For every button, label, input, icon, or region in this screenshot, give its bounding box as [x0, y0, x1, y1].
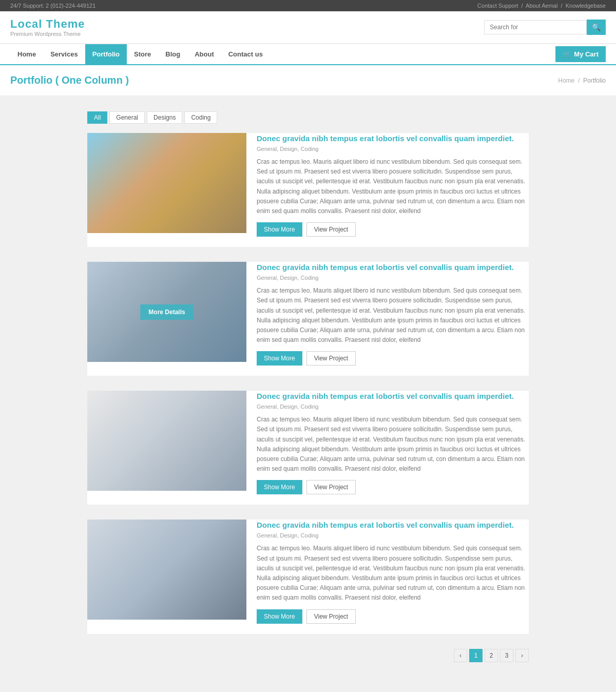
portfolio-content-2: Donec gravida nibh tempus erat lobortis … — [257, 262, 529, 366]
filter-general[interactable]: General — [109, 111, 145, 124]
portfolio-actions-1: Show More View Project — [257, 222, 529, 237]
portfolio-actions-3: Show More View Project — [257, 480, 529, 494]
portfolio-item: Donec gravida nibh tempus erat lobortis … — [87, 391, 529, 505]
portfolio-actions-2: Show More View Project — [257, 351, 529, 366]
pagination-page-2[interactable]: 2 — [485, 649, 498, 662]
pagination-next[interactable]: › — [515, 649, 529, 662]
nav-store[interactable]: Store — [127, 44, 158, 64]
portfolio-item: Donec gravida nibh tempus erat lobortis … — [87, 520, 529, 634]
view-project-btn-2[interactable]: View Project — [306, 351, 356, 366]
show-more-btn-2[interactable]: Show More — [257, 351, 302, 366]
portfolio-content-3: Donec gravida nibh tempus erat lobortis … — [257, 391, 529, 494]
portfolio-text-4: Cras ac tempus leo. Mauris aliquet liber… — [257, 544, 529, 603]
nav-about[interactable]: About — [187, 44, 221, 64]
portfolio-title-2: Donec gravida nibh tempus erat lobortis … — [257, 262, 529, 273]
logo: Local Theme Premium Wordpress Theme — [10, 17, 85, 37]
pagination: ‹ 1 2 3 › — [87, 649, 529, 662]
portfolio-actions-4: Show More View Project — [257, 609, 529, 624]
view-project-btn-4[interactable]: View Project — [306, 609, 356, 624]
show-more-btn-1[interactable]: Show More — [257, 222, 302, 237]
portfolio-content-1: Donec gravida nibh tempus erat lobortis … — [257, 133, 529, 237]
pagination-prev[interactable]: ‹ — [454, 649, 467, 662]
support-text: 24/7 Support: 2 (012)-224-449121 — [10, 3, 95, 9]
portfolio-text-1: Cras ac tempus leo. Mauris aliquet liber… — [257, 157, 529, 216]
portfolio-tags-3: General, Design, Coding — [257, 403, 529, 410]
portfolio-item: More Details Donec gravida nibh tempus e… — [87, 262, 529, 376]
filter-all[interactable]: All — [87, 111, 107, 124]
view-project-btn-3[interactable]: View Project — [306, 480, 356, 494]
more-details-overlay[interactable]: More Details — [140, 304, 193, 320]
breadcrumb-home[interactable]: Home — [558, 77, 574, 84]
portfolio-title-3: Donec gravida nibh tempus erat lobortis … — [257, 391, 529, 401]
cart-icon: 🛒 — [563, 50, 571, 58]
top-bar: 24/7 Support: 2 (012)-224-449121 Contact… — [0, 0, 616, 11]
breadcrumb: Home / Portfolio — [558, 77, 606, 84]
main-content: All General Designs Coding Donec gravida… — [77, 101, 539, 688]
breadcrumb-current: Portfolio — [583, 77, 606, 84]
pagination-page-1[interactable]: 1 — [469, 649, 483, 662]
knowledgebase-link[interactable]: Knowledgebase — [566, 3, 606, 9]
portfolio-title-1: Donec gravida nibh tempus erat lobortis … — [257, 133, 529, 144]
portfolio-image-4 — [87, 520, 246, 620]
nav-links: Home Services Portfolio Store Blog About… — [10, 44, 270, 64]
portfolio-text-2: Cras ac tempus leo. Mauris aliquet liber… — [257, 286, 529, 345]
page-title: Portfolio ( One Column ) — [10, 74, 129, 86]
filter-tabs: All General Designs Coding — [87, 111, 529, 124]
nav-portfolio[interactable]: Portfolio — [85, 44, 127, 64]
portfolio-content-4: Donec gravida nibh tempus erat lobortis … — [257, 520, 529, 623]
filter-coding[interactable]: Coding — [184, 111, 217, 124]
nav-home[interactable]: Home — [10, 44, 43, 64]
portfolio-image-1 — [87, 133, 246, 233]
nav-blog[interactable]: Blog — [158, 44, 187, 64]
search-button[interactable]: 🔍 — [587, 20, 606, 35]
search-bar: 🔍 — [484, 20, 606, 35]
portfolio-item: Donec gravida nibh tempus erat lobortis … — [87, 133, 529, 247]
cart-label: My Cart — [574, 50, 599, 58]
about-link[interactable]: About Aemal — [526, 3, 557, 9]
logo-title: Local Theme — [10, 17, 85, 31]
cart-button[interactable]: 🛒 My Cart — [555, 46, 606, 62]
portfolio-tags-2: General, Design, Coding — [257, 275, 529, 281]
search-input[interactable] — [484, 20, 587, 34]
page-header: Portfolio ( One Column ) Home / Portfoli… — [0, 65, 616, 96]
portfolio-tags-1: General, Design, Coding — [257, 146, 529, 152]
nav-contact[interactable]: Contact us — [221, 44, 270, 64]
filter-designs[interactable]: Designs — [147, 111, 182, 124]
pagination-page-3[interactable]: 3 — [500, 649, 513, 662]
portfolio-image-2: More Details — [87, 262, 246, 362]
portfolio-image-3 — [87, 391, 246, 491]
top-links: Contact Support / About Aemal / Knowledg… — [477, 3, 606, 9]
portfolio-text-3: Cras ac tempus leo. Mauris aliquet liber… — [257, 415, 529, 474]
main-nav: Home Services Portfolio Store Blog About… — [0, 44, 616, 65]
show-more-btn-4[interactable]: Show More — [257, 609, 302, 624]
site-header: Local Theme Premium Wordpress Theme 🔍 — [0, 11, 616, 44]
logo-subtitle: Premium Wordpress Theme — [10, 31, 85, 37]
show-more-btn-3[interactable]: Show More — [257, 480, 302, 494]
contact-support-link[interactable]: Contact Support — [477, 3, 518, 9]
view-project-btn-1[interactable]: View Project — [306, 222, 356, 237]
portfolio-title-4: Donec gravida nibh tempus erat lobortis … — [257, 520, 529, 530]
nav-services[interactable]: Services — [43, 44, 85, 64]
portfolio-tags-4: General, Design, Coding — [257, 532, 529, 539]
